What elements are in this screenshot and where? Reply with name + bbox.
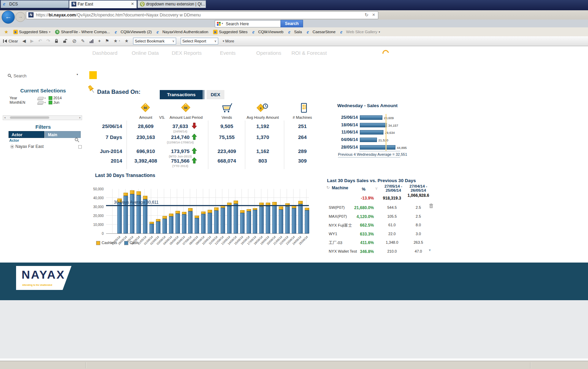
scrollbar-thumb[interactable]	[10, 116, 49, 119]
eraser-icon[interactable]	[37, 97, 44, 100]
machine-pct-cell: 346.8%	[347, 249, 374, 254]
url-domain: bi.nayax.com	[49, 13, 76, 17]
back-step-button[interactable]: ◀	[22, 38, 26, 43]
close-tab-icon[interactable]: ✕	[131, 2, 134, 6]
kpi-col-vends: Vends	[213, 115, 240, 119]
refresh-icon[interactable]: ↻	[365, 12, 368, 17]
flag-icon[interactable]: ⚑	[105, 38, 109, 43]
bookmark-icon[interactable]: ★	[125, 38, 129, 43]
favorites-item[interactable]: eSala	[288, 30, 302, 34]
sidebar-search-caret-icon[interactable]: ▾	[77, 73, 78, 76]
previous-period-col-header[interactable]: 27/04/14 - 26/05/14	[404, 184, 433, 192]
clear-all-icon[interactable]: ⊘	[72, 38, 77, 44]
redo-icon[interactable]: ↷	[46, 38, 50, 43]
cycle-icon[interactable]: ↻	[326, 185, 330, 190]
sort-caret-icon[interactable]: ∨	[375, 186, 378, 191]
favorites-item[interactable]: Suggested Sites▾	[13, 30, 51, 34]
machine-current-cell: 210.0	[377, 249, 407, 253]
scroll-right-icon[interactable]: ▸	[79, 116, 81, 119]
tab-dex[interactable]: DEX	[207, 90, 224, 99]
clear-button[interactable]: Clear	[3, 39, 18, 43]
more-label: More	[225, 39, 234, 43]
tab-far-east[interactable]: N Far East ✕	[69, 0, 137, 8]
forward-step-button[interactable]: ▶	[30, 38, 34, 43]
undo-icon[interactable]: ↶	[38, 38, 42, 43]
machine-col-header[interactable]: Machine	[332, 186, 348, 190]
sidebar-search[interactable]: Search	[8, 73, 26, 79]
edit-icon[interactable]: ✎	[81, 38, 85, 43]
chart-icon[interactable]	[89, 39, 94, 43]
nav-item-dex-reports[interactable]: DEX Reports	[172, 50, 202, 56]
pushpin-icon	[86, 84, 96, 96]
wednesday-bar	[360, 115, 382, 120]
favorites-item[interactable]: eCQlikViewweb (2)	[115, 30, 152, 34]
search-button[interactable]: Search	[280, 20, 303, 28]
scroll-down-caret-icon[interactable]: ▼	[428, 249, 431, 252]
filter-tab-actor[interactable]: Actor	[9, 131, 44, 138]
lock-icon[interactable]	[54, 39, 58, 43]
svg-text:$€: $€	[144, 106, 147, 110]
favorites-item-label: CQlikViewweb	[258, 30, 284, 34]
cash-bar	[214, 211, 219, 233]
favorites-item[interactable]: Suggested Sites	[213, 30, 248, 34]
screen: ← → N https://bi.nayax.com/QvAjaxZfc/ope…	[0, 0, 588, 369]
nav-item-operations[interactable]: Operations	[256, 50, 281, 56]
cash-bar	[240, 213, 245, 233]
nav-item-roi-forecast[interactable]: ROI & Forecast	[291, 50, 327, 56]
favorites-item[interactable]: eWeb Slice Gallery▾	[340, 30, 380, 34]
selection-row-year: Year ▾ 2014	[0, 96, 86, 101]
back-button[interactable]: ←	[2, 11, 15, 24]
more-button[interactable]: ▾ More	[223, 39, 234, 43]
sidebar-search-label: Search	[13, 74, 26, 78]
favorites-item[interactable]: eCQlikViewweb	[252, 30, 284, 34]
favorites-item[interactable]: SShareFile - Where Compa...	[55, 30, 110, 34]
tab-transactions[interactable]: Transactions	[160, 90, 203, 99]
cash-bar	[247, 211, 251, 233]
scroll-left-icon[interactable]: ◂	[4, 116, 5, 119]
address-bar[interactable]: N https://bi.nayax.com/QvAjaxZfc/opendoc…	[26, 11, 378, 19]
select-report-dropdown[interactable]: Select Report∨	[181, 38, 218, 44]
add-bookmark-icon[interactable]: ★+	[114, 38, 120, 43]
favorites-star-icon[interactable]: ★	[4, 29, 9, 35]
selection-value: Jun	[53, 100, 60, 104]
amount-last-period-tag-icon: $€	[179, 102, 194, 114]
machine-previous-cell: 2.5	[404, 214, 433, 218]
pct-col-header[interactable]: %	[353, 187, 374, 192]
trash-icon[interactable]	[429, 203, 433, 210]
unlock-icon[interactable]	[63, 39, 68, 43]
eraser-icon[interactable]	[37, 101, 44, 105]
site-favicon: N	[28, 12, 34, 17]
selection-field: MonthEN	[10, 100, 25, 104]
nav-item-dashboard[interactable]: Dashboard	[92, 50, 117, 56]
chevron-down-icon[interactable]: ▾	[44, 101, 46, 104]
filter-tab-main[interactable]: Main	[45, 131, 81, 138]
search-input[interactable]: ▾ Search Here	[215, 20, 281, 27]
yellow-marker[interactable]	[89, 71, 97, 79]
tab-dropdown-menu-extension[interactable]: Q dropdown menu extension | Ql...	[138, 0, 206, 8]
cash-bar	[156, 221, 160, 233]
machine-pct-cell: 411.6%	[347, 240, 374, 245]
chevron-down-icon[interactable]: ▾	[222, 22, 223, 25]
filter-item-label: Nayax Far East	[15, 144, 44, 149]
horizontal-scrollbar[interactable]: ◂ ▸	[3, 115, 82, 120]
add-icon[interactable]: +	[98, 38, 101, 43]
nav-item-events[interactable]: Events	[220, 50, 236, 56]
checkbox[interactable]	[78, 145, 82, 149]
nav-item-online-data[interactable]: Online Data	[132, 50, 159, 56]
cashless-bar	[143, 196, 147, 199]
chevron-down-icon[interactable]: ▾	[44, 97, 46, 100]
forward-button[interactable]: →	[15, 12, 25, 22]
favorites-item[interactable]: eCaesarStone	[307, 30, 336, 34]
favorites-item[interactable]: eNayaxVend Authentication	[157, 30, 208, 34]
filter-list-item[interactable]: Nayax Far East	[0, 144, 86, 149]
favorites-item-label: CQlikViewweb (2)	[121, 30, 152, 34]
wednesday-bar-value: 34,157	[388, 124, 398, 127]
tab-dcs[interactable]: e DCS	[1, 0, 69, 8]
stop-icon[interactable]: ✕	[372, 13, 375, 17]
cash-bar	[201, 214, 206, 233]
search-icon	[8, 74, 12, 78]
filter-search-icon[interactable]	[75, 138, 79, 144]
vends-cart-icon	[219, 102, 234, 114]
select-bookmark-dropdown[interactable]: Select Bookmark∨	[133, 38, 176, 44]
transactions-chart-title: Last 30 Days Transactions	[95, 173, 155, 178]
